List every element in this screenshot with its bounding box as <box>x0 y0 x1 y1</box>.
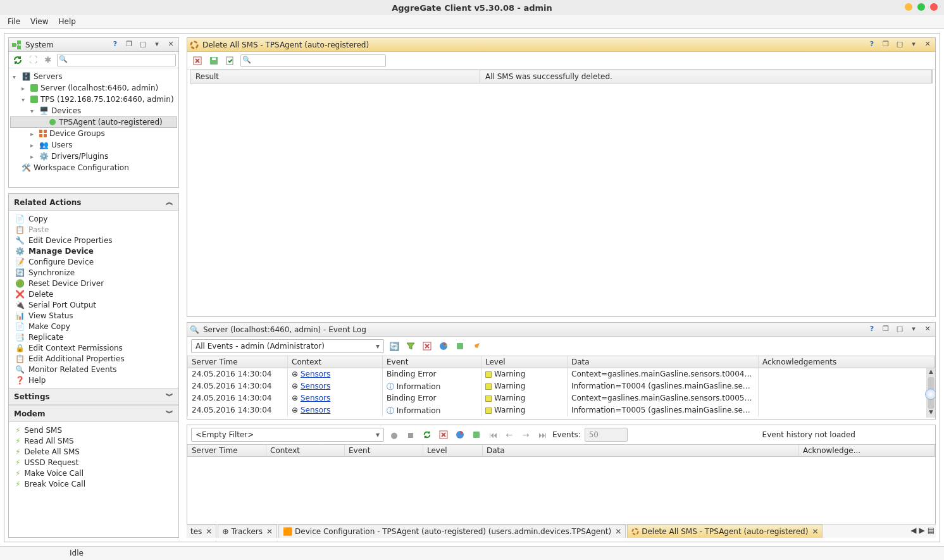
action-replicate[interactable]: 📑Replicate <box>10 332 177 342</box>
modem-read[interactable]: ⚡Read All SMS <box>10 435 177 446</box>
tree-device-groups[interactable]: ▸Device Groups <box>10 128 177 139</box>
col-event[interactable]: Event <box>382 356 481 368</box>
system-tree[interactable]: ▾🗄️Servers ▸Server (localhost:6460, admi… <box>9 68 178 186</box>
collapse-icon[interactable]: ✱ <box>42 54 54 66</box>
tree-tps[interactable]: ▾TPS (192.168.75.102:6460, admin) <box>10 94 177 105</box>
expand-icon[interactable]: ⛶ <box>27 54 39 66</box>
refresh-icon[interactable]: 🔄 <box>388 340 401 352</box>
close-icon[interactable]: ✕ <box>266 527 273 536</box>
action-add-props[interactable]: 📋Edit Additional Properties <box>10 353 177 364</box>
tree-tpsagent[interactable]: TPSAgent (auto-registered) <box>10 116 177 128</box>
scroll-down-icon[interactable]: ▼ <box>927 409 935 418</box>
tree-servers[interactable]: ▾🗄️Servers <box>10 71 177 82</box>
col-ack[interactable]: Acknowledgements <box>758 356 935 368</box>
delete-search-input[interactable] <box>240 54 386 67</box>
close-icon[interactable]: ✕ <box>922 40 933 50</box>
action-serial[interactable]: 🔌Serial Port Output <box>10 299 177 310</box>
close-icon[interactable]: ✕ <box>615 527 621 536</box>
action-view-status[interactable]: 📊View Status <box>10 310 177 321</box>
help-icon[interactable]: ? <box>867 325 877 335</box>
cancel-icon[interactable] <box>191 54 204 67</box>
scrollbar[interactable]: ▲ ▼ <box>926 368 935 418</box>
refresh-icon[interactable] <box>11 54 24 66</box>
system-search-input[interactable] <box>57 54 176 66</box>
tree-drivers[interactable]: ▸⚙️Drivers/Plugins <box>10 151 177 162</box>
export-icon[interactable] <box>470 428 483 441</box>
action-copy[interactable]: 📄Copy <box>10 213 177 224</box>
export-icon[interactable] <box>454 340 466 352</box>
chart-icon[interactable] <box>437 340 450 352</box>
scroll-up-icon[interactable]: ▲ <box>927 368 935 377</box>
next-tab-icon[interactable]: ▶ <box>919 526 924 535</box>
tab-list-icon[interactable]: ▤ <box>928 526 935 535</box>
tree-users[interactable]: ▸👥Users <box>10 139 177 151</box>
next-icon[interactable]: → <box>519 428 532 441</box>
maximize-icon[interactable]: □ <box>138 40 148 50</box>
close-icon[interactable]: ✕ <box>812 527 818 536</box>
tree-workspace[interactable]: 🛠️Workspace Configuration <box>10 162 177 173</box>
apply-icon[interactable] <box>224 54 237 67</box>
modem-delete[interactable]: ⚡Delete All SMS <box>10 446 177 457</box>
tree-devices[interactable]: ▾🖥️Devices <box>10 105 177 116</box>
close-icon[interactable]: ✕ <box>166 40 176 50</box>
help-icon[interactable]: ? <box>110 40 120 50</box>
action-make-copy[interactable]: 📄Make Copy <box>10 321 177 332</box>
col-ack[interactable]: Acknowledge... <box>798 445 935 456</box>
first-icon[interactable]: ⏮ <box>487 428 499 441</box>
restore-icon[interactable]: ❐ <box>881 325 891 335</box>
menu-icon[interactable]: ▾ <box>152 40 162 50</box>
menu-file[interactable]: File <box>3 15 25 28</box>
context-link[interactable]: Sensors <box>301 370 330 378</box>
close-icon[interactable]: ✕ <box>922 325 933 335</box>
action-ctx-perm[interactable]: 🔒Edit Context Permissions <box>10 342 177 353</box>
chart-icon[interactable] <box>454 428 466 441</box>
prev-icon[interactable]: ← <box>503 428 516 441</box>
context-link[interactable]: Sensors <box>301 382 330 390</box>
eventlog-row[interactable]: 24.05.2016 14:30:04⊕ Sensorsⓘ Informatio… <box>187 380 935 392</box>
col-context[interactable]: Context <box>266 445 344 456</box>
menu-help[interactable]: Help <box>54 15 81 28</box>
related-actions-header[interactable]: Related Actions︽ <box>9 194 178 211</box>
eventlog-row[interactable]: 24.05.2016 14:30:04⊕ SensorsBinding Erro… <box>187 368 935 380</box>
prev-tab-icon[interactable]: ◀ <box>910 526 916 535</box>
restore-icon[interactable]: ❐ <box>124 40 134 50</box>
col-level[interactable]: Level <box>423 445 482 456</box>
col-data[interactable]: Data <box>482 445 798 456</box>
save-icon[interactable] <box>208 54 220 67</box>
tab-device-config[interactable]: 🟧Device Configuration - TPSAgent (auto-r… <box>278 525 626 538</box>
action-reset[interactable]: 🟢Reset Device Driver <box>10 278 177 289</box>
menu-view[interactable]: View <box>25 15 53 28</box>
col-data[interactable]: Data <box>567 356 758 368</box>
eventlog-body[interactable]: 24.05.2016 14:30:04⊕ SensorsBinding Erro… <box>187 368 935 418</box>
action-configure[interactable]: 📝Configure Device <box>10 256 177 267</box>
eventfilter-select[interactable]: <Empty Filter>▾ <box>191 428 384 442</box>
stop-icon[interactable]: ⏹ <box>404 428 417 441</box>
action-manage[interactable]: ⚙️Manage Device <box>10 246 177 256</box>
eventlog-filter-select[interactable]: All Events - admin (Administrator)▾ <box>191 339 384 353</box>
record-icon[interactable]: ● <box>388 428 401 441</box>
events-count-input[interactable]: 50 <box>585 428 628 442</box>
action-monitor[interactable]: 🔍Monitor Related Events <box>10 364 177 375</box>
col-context[interactable]: Context <box>287 356 382 368</box>
tab-delete-sms[interactable]: Delete All SMS - TPSAgent (auto-register… <box>627 525 823 538</box>
menu-icon[interactable]: ▾ <box>909 40 919 50</box>
col-time[interactable]: Server Time <box>187 356 287 368</box>
scroll-knob-icon[interactable] <box>925 389 935 400</box>
menu-icon[interactable]: ▾ <box>909 325 919 335</box>
last-icon[interactable]: ⏭ <box>536 428 549 441</box>
tree-server-localhost[interactable]: ▸Server (localhost:6460, admin) <box>10 82 177 94</box>
close-button[interactable] <box>930 3 938 11</box>
action-edit-props[interactable]: 🔧Edit Device Properties <box>10 235 177 246</box>
maximize-icon[interactable]: □ <box>895 40 905 50</box>
refresh-icon[interactable] <box>421 428 433 441</box>
modem-break[interactable]: ⚡Break Voice Call <box>10 478 177 489</box>
tab-trackers[interactable]: ⊕Trackers✕ <box>218 525 277 538</box>
maximize-button[interactable] <box>917 3 925 11</box>
highlight-icon[interactable] <box>470 340 483 352</box>
clear-icon[interactable] <box>437 428 450 441</box>
clear-icon[interactable] <box>421 340 433 352</box>
action-sync[interactable]: 🔄Synchronize <box>10 267 177 278</box>
col-time[interactable]: Server Time <box>187 445 266 456</box>
modem-voice[interactable]: ⚡Make Voice Call <box>10 468 177 478</box>
maximize-icon[interactable]: □ <box>895 325 905 335</box>
